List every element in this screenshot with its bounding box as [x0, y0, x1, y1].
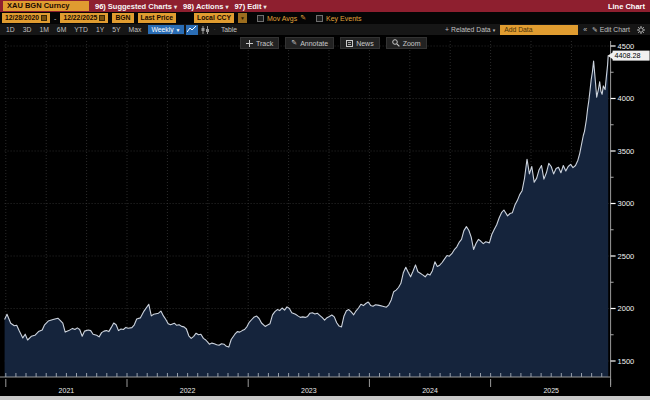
news-label: News	[356, 40, 374, 47]
frequency-dropdown[interactable]: Weekly ▼	[148, 25, 183, 34]
menu-label: Actions	[196, 2, 224, 11]
bloomberg-gp-window: XAU BGN Curncy 96) Suggested Charts ▾ 98…	[0, 0, 650, 400]
line-chart-svg[interactable]: 1500200025003000350040004500202120222023…	[0, 35, 650, 397]
x-axis-year-label: 2025	[543, 387, 559, 394]
period-1m[interactable]: 1M	[36, 25, 51, 34]
mov-avgs-toggle[interactable]: Mov Avgs ✎	[257, 14, 306, 22]
chevron-down-icon: ▾	[174, 3, 177, 10]
zoom-button[interactable]: Zoom	[386, 37, 427, 49]
table-button[interactable]: Table	[218, 25, 240, 34]
track-button[interactable]: Track	[240, 37, 279, 49]
price-chart-area[interactable]: 1500200025003000350040004500202120222023…	[0, 35, 650, 397]
y-axis-tick-label: 1500	[618, 357, 635, 366]
edit-chart-label: Edit Chart	[600, 26, 630, 33]
menu-number: 97)	[234, 2, 245, 11]
menu-label: Suggested Charts	[108, 2, 172, 11]
field-bar: 12/28/2020 - 12/22/2025 BGN Last Price L…	[0, 12, 650, 24]
crosshair-icon	[246, 40, 253, 47]
y-axis-tick-label: 4000	[618, 94, 635, 103]
period-1d[interactable]: 1D	[3, 25, 18, 34]
mov-avgs-label: Mov Avgs	[267, 15, 297, 22]
start-date-value: 12/28/2020	[5, 14, 39, 22]
x-axis-year-label: 2022	[180, 387, 196, 394]
period-6m[interactable]: 6M	[54, 25, 69, 34]
magnifier-icon	[392, 39, 400, 47]
chevron-down-icon: ▾	[493, 27, 496, 33]
key-events-toggle[interactable]: Key Events	[316, 15, 361, 22]
line-chart-type-icon[interactable]	[186, 25, 198, 35]
period-3d[interactable]: 3D	[20, 25, 35, 34]
price-area-fill	[5, 56, 609, 377]
x-axis-year-label: 2024	[422, 387, 438, 394]
news-button[interactable]: News	[340, 37, 380, 49]
pencil-icon: ✎	[592, 26, 598, 34]
end-date-field[interactable]: 12/22/2025	[60, 13, 108, 23]
annotate-label: Annotate	[300, 40, 328, 47]
chevron-down-icon: ▾	[263, 3, 266, 10]
related-data-label: + Related Data	[445, 26, 491, 33]
x-axis-year-label: 2023	[301, 387, 317, 394]
period-ytd[interactable]: YTD	[71, 25, 91, 34]
candlestick-chart-type-icon[interactable]	[200, 25, 212, 35]
frequency-value: Weekly	[151, 26, 173, 33]
checkbox-icon[interactable]	[316, 15, 323, 22]
y-axis-tick-label: 4500	[618, 42, 635, 51]
screen-name-label: Line Chart	[608, 2, 647, 11]
period-max[interactable]: Max	[126, 25, 145, 34]
toolbar-separator: ·	[214, 26, 216, 33]
pricing-source-field[interactable]: BGN	[112, 13, 133, 23]
pencil-icon: ✎	[291, 39, 297, 47]
price-field-selector[interactable]: Last Price	[138, 13, 177, 23]
period-5y[interactable]: 5Y	[109, 25, 123, 34]
zoom-label: Zoom	[403, 40, 421, 47]
y-axis-tick-label: 2500	[618, 252, 635, 261]
collapse-panel-button[interactable]: «	[583, 26, 587, 33]
menu-label: Edit	[247, 2, 261, 11]
end-date-value: 12/22/2025	[63, 14, 97, 22]
chart-tools-pills: Track ✎ Annotate News Zoom	[240, 37, 427, 49]
date-range-separator: -	[54, 15, 56, 22]
period-1y[interactable]: 1Y	[93, 25, 107, 34]
pencil-icon[interactable]: ✎	[300, 14, 306, 22]
last-price-badge-value: 4408.28	[615, 51, 641, 60]
y-axis-tick-label: 3000	[618, 199, 635, 208]
y-axis-tick-label: 3500	[618, 147, 635, 156]
currency-selector[interactable]: Local CCY	[194, 13, 234, 23]
menu-actions[interactable]: 98) Actions ▾	[183, 2, 228, 11]
start-date-field[interactable]: 12/28/2020	[2, 13, 50, 23]
calendar-icon[interactable]	[41, 15, 47, 21]
news-icon	[346, 40, 353, 47]
menu-number: 96)	[95, 2, 106, 11]
settings-gear-icon[interactable]	[635, 25, 647, 35]
currency-dropdown-caret[interactable]: ▼	[238, 13, 247, 23]
edit-chart-button[interactable]: ✎ Edit Chart	[592, 26, 630, 34]
related-data-button[interactable]: + Related Data ▾	[445, 26, 495, 33]
track-label: Track	[256, 40, 273, 47]
annotate-button[interactable]: ✎ Annotate	[285, 37, 334, 49]
menu-suggested-charts[interactable]: 96) Suggested Charts ▾	[95, 2, 177, 11]
y-axis-tick-label: 2000	[618, 304, 635, 313]
title-bar: XAU BGN Curncy 96) Suggested Charts ▾ 98…	[0, 0, 650, 12]
currency-value: Local CCY	[197, 14, 231, 22]
security-ticker-box[interactable]: XAU BGN Curncy	[3, 1, 89, 11]
key-events-label: Key Events	[326, 15, 361, 22]
checkbox-icon[interactable]	[257, 15, 264, 22]
x-axis-year-label: 2021	[59, 387, 75, 394]
window-bottom-edge	[0, 396, 650, 400]
menu-edit[interactable]: 97) Edit ▾	[234, 2, 266, 11]
add-data-input[interactable]: Add Data	[500, 25, 578, 35]
menu-number: 98)	[183, 2, 194, 11]
chevron-down-icon: ▼	[176, 27, 181, 33]
chevron-down-icon: ▾	[225, 3, 228, 10]
calendar-icon[interactable]	[99, 15, 105, 21]
